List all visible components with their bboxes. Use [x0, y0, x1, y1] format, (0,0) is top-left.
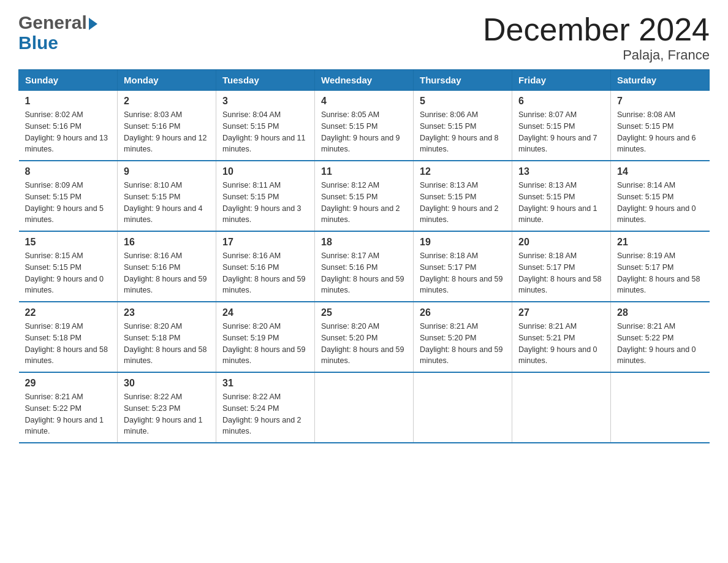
calendar-cell: 9Sunrise: 8:10 AMSunset: 5:15 PMDaylight… [118, 161, 216, 231]
calendar-cell: 23Sunrise: 8:20 AMSunset: 5:18 PMDayligh… [118, 302, 216, 372]
day-of-week-header: Wednesday [315, 70, 414, 91]
calendar-week-row: 8Sunrise: 8:09 AMSunset: 5:15 PMDaylight… [19, 161, 710, 231]
day-info: Sunrise: 8:20 AMSunset: 5:20 PMDaylight:… [321, 321, 407, 367]
calendar-cell: 17Sunrise: 8:16 AMSunset: 5:16 PMDayligh… [216, 231, 315, 302]
day-info: Sunrise: 8:08 AMSunset: 5:15 PMDaylight:… [617, 109, 703, 155]
day-info: Sunrise: 8:11 AMSunset: 5:15 PMDaylight:… [222, 180, 308, 226]
calendar-body: 1Sunrise: 8:02 AMSunset: 5:16 PMDaylight… [19, 91, 710, 443]
day-info: Sunrise: 8:18 AMSunset: 5:17 PMDaylight:… [518, 250, 604, 296]
day-number: 27 [518, 307, 604, 318]
day-info: Sunrise: 8:13 AMSunset: 5:15 PMDaylight:… [518, 180, 604, 226]
calendar-cell: 4Sunrise: 8:05 AMSunset: 5:15 PMDaylight… [315, 91, 414, 161]
location-label: Palaja, France [483, 47, 710, 63]
calendar-cell [512, 372, 611, 443]
calendar-cell: 28Sunrise: 8:21 AMSunset: 5:22 PMDayligh… [611, 302, 710, 372]
day-number: 30 [124, 378, 210, 389]
calendar-cell [414, 372, 512, 443]
calendar-cell: 24Sunrise: 8:20 AMSunset: 5:19 PMDayligh… [216, 302, 315, 372]
day-number: 12 [420, 166, 506, 177]
day-info: Sunrise: 8:21 AMSunset: 5:22 PMDaylight:… [25, 391, 112, 437]
day-info: Sunrise: 8:17 AMSunset: 5:16 PMDaylight:… [321, 250, 407, 296]
day-number: 26 [420, 307, 506, 318]
day-number: 18 [321, 237, 407, 248]
calendar-cell: 25Sunrise: 8:20 AMSunset: 5:20 PMDayligh… [315, 302, 414, 372]
day-info: Sunrise: 8:19 AMSunset: 5:17 PMDaylight:… [617, 250, 703, 296]
day-info: Sunrise: 8:15 AMSunset: 5:15 PMDaylight:… [25, 250, 112, 296]
calendar-cell: 2Sunrise: 8:03 AMSunset: 5:16 PMDaylight… [118, 91, 216, 161]
page-header: General Blue December 2024 Palaja, Franc… [18, 12, 710, 63]
day-number: 15 [25, 237, 112, 248]
day-number: 29 [25, 378, 112, 389]
day-of-week-header: Thursday [414, 70, 512, 91]
calendar-cell [611, 372, 710, 443]
day-info: Sunrise: 8:21 AMSunset: 5:22 PMDaylight:… [617, 321, 703, 367]
day-info: Sunrise: 8:05 AMSunset: 5:15 PMDaylight:… [321, 109, 407, 155]
day-info: Sunrise: 8:14 AMSunset: 5:15 PMDaylight:… [617, 180, 703, 226]
day-info: Sunrise: 8:09 AMSunset: 5:15 PMDaylight:… [25, 180, 112, 226]
day-number: 23 [124, 307, 210, 318]
day-info: Sunrise: 8:07 AMSunset: 5:15 PMDaylight:… [518, 109, 604, 155]
day-info: Sunrise: 8:18 AMSunset: 5:17 PMDaylight:… [420, 250, 506, 296]
day-number: 16 [124, 237, 210, 248]
calendar-cell: 29Sunrise: 8:21 AMSunset: 5:22 PMDayligh… [19, 372, 118, 443]
calendar-cell: 21Sunrise: 8:19 AMSunset: 5:17 PMDayligh… [611, 231, 710, 302]
calendar-cell: 13Sunrise: 8:13 AMSunset: 5:15 PMDayligh… [512, 161, 611, 231]
calendar-table: SundayMondayTuesdayWednesdayThursdayFrid… [18, 69, 710, 443]
calendar-cell: 15Sunrise: 8:15 AMSunset: 5:15 PMDayligh… [19, 231, 118, 302]
logo-general-text: General [18, 12, 87, 33]
day-number: 19 [420, 237, 506, 248]
day-number: 5 [420, 96, 506, 107]
day-info: Sunrise: 8:16 AMSunset: 5:16 PMDaylight:… [222, 250, 308, 296]
day-info: Sunrise: 8:10 AMSunset: 5:15 PMDaylight:… [124, 180, 210, 226]
day-number: 11 [321, 166, 407, 177]
day-info: Sunrise: 8:22 AMSunset: 5:24 PMDaylight:… [222, 391, 308, 437]
calendar-cell: 26Sunrise: 8:21 AMSunset: 5:20 PMDayligh… [414, 302, 512, 372]
calendar-cell: 14Sunrise: 8:14 AMSunset: 5:15 PMDayligh… [611, 161, 710, 231]
calendar-cell [315, 372, 414, 443]
calendar-cell: 1Sunrise: 8:02 AMSunset: 5:16 PMDaylight… [19, 91, 118, 161]
day-info: Sunrise: 8:13 AMSunset: 5:15 PMDaylight:… [420, 180, 506, 226]
logo-blue-text: Blue [18, 33, 58, 53]
day-of-week-header: Tuesday [216, 70, 315, 91]
day-number: 1 [25, 96, 112, 107]
day-number: 25 [321, 307, 407, 318]
calendar-cell: 8Sunrise: 8:09 AMSunset: 5:15 PMDaylight… [19, 161, 118, 231]
day-number: 28 [617, 307, 703, 318]
calendar-cell: 18Sunrise: 8:17 AMSunset: 5:16 PMDayligh… [315, 231, 414, 302]
month-title: December 2024 [483, 12, 710, 47]
day-number: 2 [124, 96, 210, 107]
day-number: 7 [617, 96, 703, 107]
calendar-cell: 22Sunrise: 8:19 AMSunset: 5:18 PMDayligh… [19, 302, 118, 372]
day-number: 8 [25, 166, 112, 177]
calendar-cell: 5Sunrise: 8:06 AMSunset: 5:15 PMDaylight… [414, 91, 512, 161]
calendar-cell: 27Sunrise: 8:21 AMSunset: 5:21 PMDayligh… [512, 302, 611, 372]
calendar-cell: 11Sunrise: 8:12 AMSunset: 5:15 PMDayligh… [315, 161, 414, 231]
day-number: 31 [222, 378, 308, 389]
day-number: 20 [518, 237, 604, 248]
day-of-week-header: Monday [118, 70, 216, 91]
day-of-week-header: Sunday [19, 70, 118, 91]
day-number: 22 [25, 307, 112, 318]
calendar-cell: 19Sunrise: 8:18 AMSunset: 5:17 PMDayligh… [414, 231, 512, 302]
day-number: 24 [222, 307, 308, 318]
day-number: 13 [518, 166, 604, 177]
day-info: Sunrise: 8:20 AMSunset: 5:19 PMDaylight:… [222, 321, 308, 367]
logo-arrow-icon [89, 18, 97, 30]
day-info: Sunrise: 8:16 AMSunset: 5:16 PMDaylight:… [124, 250, 210, 296]
day-info: Sunrise: 8:03 AMSunset: 5:16 PMDaylight:… [124, 109, 210, 155]
day-of-week-header: Saturday [611, 70, 710, 91]
calendar-week-row: 22Sunrise: 8:19 AMSunset: 5:18 PMDayligh… [19, 302, 710, 372]
day-info: Sunrise: 8:22 AMSunset: 5:23 PMDaylight:… [124, 391, 210, 437]
logo: General Blue [18, 12, 97, 53]
day-info: Sunrise: 8:06 AMSunset: 5:15 PMDaylight:… [420, 109, 506, 155]
calendar-cell: 7Sunrise: 8:08 AMSunset: 5:15 PMDaylight… [611, 91, 710, 161]
day-number: 4 [321, 96, 407, 107]
day-info: Sunrise: 8:21 AMSunset: 5:20 PMDaylight:… [420, 321, 506, 367]
day-info: Sunrise: 8:19 AMSunset: 5:18 PMDaylight:… [25, 321, 112, 367]
calendar-week-row: 15Sunrise: 8:15 AMSunset: 5:15 PMDayligh… [19, 231, 710, 302]
calendar-cell: 10Sunrise: 8:11 AMSunset: 5:15 PMDayligh… [216, 161, 315, 231]
day-of-week-header: Friday [512, 70, 611, 91]
day-info: Sunrise: 8:02 AMSunset: 5:16 PMDaylight:… [25, 109, 112, 155]
calendar-header: SundayMondayTuesdayWednesdayThursdayFrid… [19, 70, 710, 91]
day-number: 21 [617, 237, 703, 248]
